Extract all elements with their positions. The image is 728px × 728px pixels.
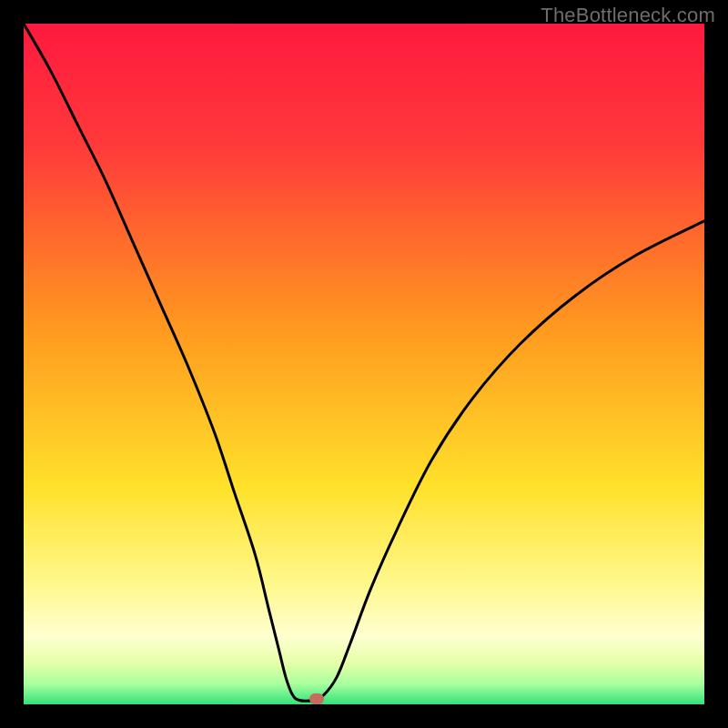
plot-area: [24, 24, 704, 704]
chart-frame: TheBottleneck.com: [0, 0, 728, 728]
bottleneck-curve: [24, 24, 704, 704]
optimal-marker: [309, 693, 324, 704]
watermark: TheBottleneck.com: [541, 4, 715, 27]
